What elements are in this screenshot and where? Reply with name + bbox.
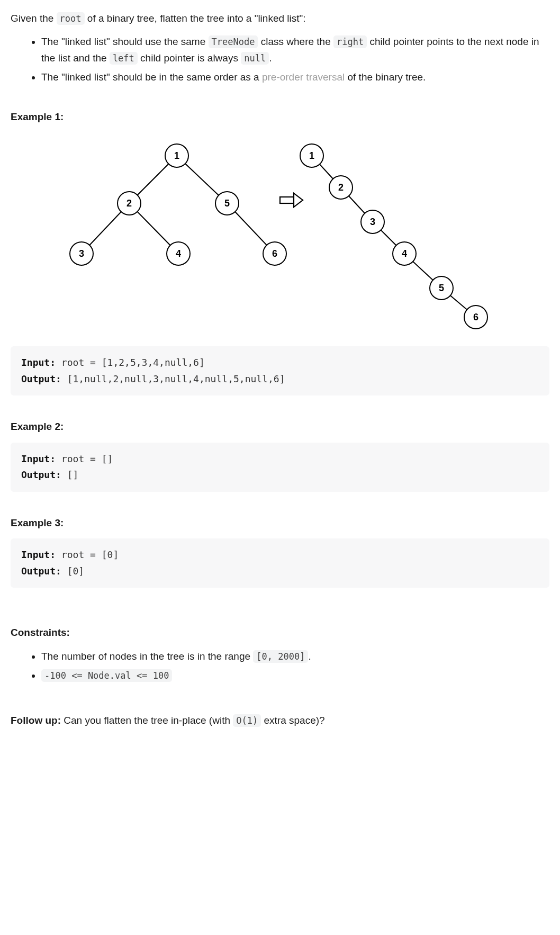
ex1-input-label: Input: [21,357,56,368]
followup-pre: Can you flatten the tree in-place (with [61,715,233,726]
inline-code: null [241,52,269,65]
svg-text:6: 6 [272,248,277,259]
svg-text:3: 3 [370,217,375,227]
inline-code: right [333,35,367,48]
inline-code: TreeNode [209,35,258,48]
tree-diagram-svg: 125346 123456 [66,134,494,330]
example3-heading: Example 3: [11,515,549,531]
svg-text:3: 3 [79,248,84,259]
inline-code: -100 <= Node.val <= 100 [41,669,172,682]
arrow-icon [280,193,303,207]
ex2-output-val: [] [61,469,79,480]
intro-pre: Given the [11,13,57,24]
svg-text:5: 5 [224,198,230,209]
rule-item: The "linked list" should use the same Tr… [41,34,549,66]
ex1-output-label: Output: [21,373,61,384]
ex3-input-label: Input: [21,549,56,560]
followup-code: O(1) [233,714,261,727]
ex2-input-val: root = [] [56,453,113,464]
rule-item: The "linked list" should be in the same … [41,69,549,85]
svg-text:5: 5 [439,283,444,293]
rules-list: The "linked list" should use the same Tr… [11,34,549,85]
svg-text:4: 4 [402,248,407,259]
svg-text:4: 4 [176,248,181,259]
ex3-output-label: Output: [21,565,61,577]
ex1-output-val: [1,null,2,null,3,null,4,null,5,null,6] [61,373,285,384]
code-root: root [57,12,85,25]
example3-block: Input: root = [0] Output: [0] [11,538,549,588]
preorder-link[interactable]: pre-order traversal [262,71,345,83]
svg-text:1: 1 [309,150,314,161]
example1-heading: Example 1: [11,109,549,125]
ex3-input-val: root = [0] [56,549,119,560]
ex2-output-label: Output: [21,469,61,480]
inline-code: left [110,52,138,65]
followup-post: extra space)? [261,715,324,726]
followup-label: Follow up: [11,715,61,726]
constraint-item: The number of nodes in the tree is in th… [41,649,549,664]
example2-block: Input: root = [] Output: [] [11,443,549,492]
intro-paragraph: Given the root of a binary tree, flatten… [11,11,549,26]
constraints-list: The number of nodes in the tree is in th… [11,649,549,684]
constraints-heading: Constraints: [11,625,549,641]
constraint-item: -100 <= Node.val <= 100 [41,668,549,684]
example1-diagram: 125346 123456 [11,134,549,330]
ex2-input-label: Input: [21,453,56,464]
ex3-output-val: [0] [61,565,84,577]
svg-text:6: 6 [473,312,478,322]
svg-rect-11 [280,197,294,203]
followup-paragraph: Follow up: Can you flatten the tree in-p… [11,713,549,729]
ex1-input-val: root = [1,2,5,3,4,null,6] [56,357,205,368]
intro-post: of a binary tree, flatten the tree into … [85,13,306,24]
inline-code: [0, 2000] [253,650,308,663]
example2-heading: Example 2: [11,419,549,435]
svg-text:2: 2 [338,182,344,193]
svg-text:2: 2 [127,198,132,209]
svg-text:1: 1 [174,150,179,161]
example1-block: Input: root = [1,2,5,3,4,null,6] Output:… [11,346,549,395]
svg-marker-12 [294,193,303,207]
